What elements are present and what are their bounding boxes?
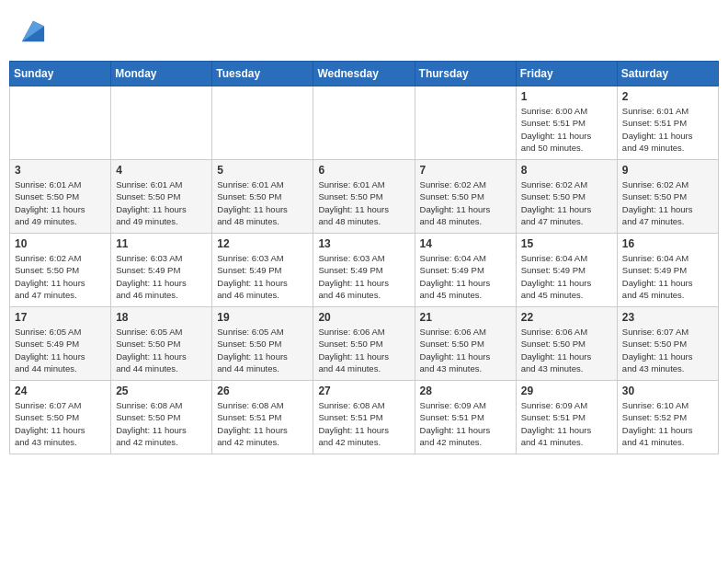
calendar-cell: 10Sunrise: 6:02 AM Sunset: 5:50 PM Dayli… [10, 234, 111, 307]
day-info: Sunrise: 6:10 AM Sunset: 5:52 PM Dayligh… [622, 399, 713, 448]
day-info: Sunrise: 6:03 AM Sunset: 5:49 PM Dayligh… [217, 252, 308, 301]
calendar-week-row: 1Sunrise: 6:00 AM Sunset: 5:51 PM Daylig… [10, 86, 719, 160]
calendar-cell [111, 86, 212, 160]
calendar-cell: 7Sunrise: 6:02 AM Sunset: 5:50 PM Daylig… [415, 160, 516, 234]
calendar-table: SundayMondayTuesdayWednesdayThursdayFrid… [9, 61, 719, 454]
calendar-cell: 14Sunrise: 6:04 AM Sunset: 5:49 PM Dayli… [415, 234, 516, 307]
calendar-cell: 20Sunrise: 6:06 AM Sunset: 5:50 PM Dayli… [313, 307, 415, 381]
weekday-header-friday: Friday [516, 62, 617, 86]
weekday-header-thursday: Thursday [415, 62, 516, 86]
day-info: Sunrise: 6:08 AM Sunset: 5:50 PM Dayligh… [116, 399, 207, 448]
day-number: 21 [420, 311, 511, 324]
calendar-cell: 19Sunrise: 6:05 AM Sunset: 5:50 PM Dayli… [212, 307, 313, 381]
day-number: 25 [116, 385, 207, 397]
day-info: Sunrise: 6:01 AM Sunset: 5:50 PM Dayligh… [318, 178, 409, 227]
day-info: Sunrise: 6:05 AM Sunset: 5:50 PM Dayligh… [116, 326, 207, 374]
day-info: Sunrise: 6:06 AM Sunset: 5:50 PM Dayligh… [420, 326, 511, 374]
day-info: Sunrise: 6:01 AM Sunset: 5:50 PM Dayligh… [15, 178, 106, 227]
calendar-cell [10, 86, 111, 160]
calendar-cell: 9Sunrise: 6:02 AM Sunset: 5:50 PM Daylig… [617, 160, 718, 234]
weekday-header-saturday: Saturday [617, 62, 718, 86]
calendar-cell: 16Sunrise: 6:04 AM Sunset: 5:49 PM Dayli… [617, 234, 718, 307]
day-number: 16 [622, 237, 713, 250]
calendar-cell: 21Sunrise: 6:06 AM Sunset: 5:50 PM Dayli… [415, 307, 516, 381]
day-info: Sunrise: 6:07 AM Sunset: 5:50 PM Dayligh… [15, 399, 106, 448]
day-number: 20 [318, 311, 409, 324]
day-info: Sunrise: 6:01 AM Sunset: 5:50 PM Dayligh… [116, 178, 207, 227]
day-number: 11 [116, 237, 207, 250]
calendar-cell: 12Sunrise: 6:03 AM Sunset: 5:49 PM Dayli… [212, 234, 313, 307]
calendar-cell: 11Sunrise: 6:03 AM Sunset: 5:49 PM Dayli… [111, 234, 212, 307]
weekday-header-wednesday: Wednesday [313, 62, 415, 86]
day-info: Sunrise: 6:03 AM Sunset: 5:49 PM Dayligh… [318, 252, 409, 301]
day-number: 9 [622, 164, 713, 177]
calendar-cell [313, 86, 415, 160]
day-number: 12 [217, 237, 308, 250]
day-number: 28 [420, 385, 511, 397]
calendar-week-row: 24Sunrise: 6:07 AM Sunset: 5:50 PM Dayli… [10, 381, 719, 454]
day-number: 10 [15, 237, 106, 250]
day-number: 15 [521, 237, 612, 250]
day-info: Sunrise: 6:02 AM Sunset: 5:50 PM Dayligh… [420, 178, 511, 227]
weekday-header-sunday: Sunday [10, 62, 111, 86]
day-info: Sunrise: 6:02 AM Sunset: 5:50 PM Dayligh… [622, 178, 713, 227]
page-header [9, 9, 719, 53]
weekday-header-monday: Monday [111, 62, 212, 86]
day-number: 5 [217, 164, 308, 177]
day-number: 7 [420, 164, 511, 177]
day-number: 24 [15, 385, 106, 397]
day-number: 29 [521, 385, 612, 397]
calendar-cell: 3Sunrise: 6:01 AM Sunset: 5:50 PM Daylig… [10, 160, 111, 234]
day-info: Sunrise: 6:07 AM Sunset: 5:50 PM Dayligh… [622, 326, 713, 374]
calendar-week-row: 17Sunrise: 6:05 AM Sunset: 5:49 PM Dayli… [10, 307, 719, 381]
day-info: Sunrise: 6:04 AM Sunset: 5:49 PM Dayligh… [420, 252, 511, 301]
day-info: Sunrise: 6:03 AM Sunset: 5:49 PM Dayligh… [116, 252, 207, 301]
day-number: 13 [318, 237, 409, 250]
day-number: 22 [521, 311, 612, 324]
calendar-cell: 1Sunrise: 6:00 AM Sunset: 5:51 PM Daylig… [516, 86, 617, 160]
calendar-cell: 27Sunrise: 6:08 AM Sunset: 5:51 PM Dayli… [313, 381, 415, 454]
calendar-cell: 13Sunrise: 6:03 AM Sunset: 5:49 PM Dayli… [313, 234, 415, 307]
calendar-cell [415, 86, 516, 160]
day-number: 19 [217, 311, 308, 324]
day-info: Sunrise: 6:06 AM Sunset: 5:50 PM Dayligh… [318, 326, 409, 374]
calendar-cell: 6Sunrise: 6:01 AM Sunset: 5:50 PM Daylig… [313, 160, 415, 234]
day-info: Sunrise: 6:04 AM Sunset: 5:49 PM Dayligh… [622, 252, 713, 301]
day-info: Sunrise: 6:02 AM Sunset: 5:50 PM Dayligh… [15, 252, 106, 301]
day-number: 1 [521, 90, 612, 103]
calendar-cell: 23Sunrise: 6:07 AM Sunset: 5:50 PM Dayli… [617, 307, 718, 381]
calendar-cell: 28Sunrise: 6:09 AM Sunset: 5:51 PM Dayli… [415, 381, 516, 454]
calendar-cell: 17Sunrise: 6:05 AM Sunset: 5:49 PM Dayli… [10, 307, 111, 381]
day-info: Sunrise: 6:05 AM Sunset: 5:50 PM Dayligh… [217, 326, 308, 374]
day-info: Sunrise: 6:06 AM Sunset: 5:50 PM Dayligh… [521, 326, 612, 374]
day-number: 8 [521, 164, 612, 177]
calendar-cell: 18Sunrise: 6:05 AM Sunset: 5:50 PM Dayli… [111, 307, 212, 381]
weekday-header-tuesday: Tuesday [212, 62, 313, 86]
day-info: Sunrise: 6:00 AM Sunset: 5:51 PM Dayligh… [521, 105, 612, 154]
day-number: 6 [318, 164, 409, 177]
calendar-cell: 24Sunrise: 6:07 AM Sunset: 5:50 PM Dayli… [10, 381, 111, 454]
calendar-cell: 2Sunrise: 6:01 AM Sunset: 5:51 PM Daylig… [617, 86, 718, 160]
calendar-cell: 4Sunrise: 6:01 AM Sunset: 5:50 PM Daylig… [111, 160, 212, 234]
day-info: Sunrise: 6:01 AM Sunset: 5:50 PM Dayligh… [217, 178, 308, 227]
day-number: 18 [116, 311, 207, 324]
calendar-header-row: SundayMondayTuesdayWednesdayThursdayFrid… [10, 62, 719, 86]
day-info: Sunrise: 6:01 AM Sunset: 5:51 PM Dayligh… [622, 105, 713, 154]
calendar-week-row: 10Sunrise: 6:02 AM Sunset: 5:50 PM Dayli… [10, 234, 719, 307]
calendar-cell: 30Sunrise: 6:10 AM Sunset: 5:52 PM Dayli… [617, 381, 718, 454]
day-info: Sunrise: 6:04 AM Sunset: 5:49 PM Dayligh… [521, 252, 612, 301]
day-number: 30 [622, 385, 713, 397]
calendar-cell [212, 86, 313, 160]
logo [18, 18, 46, 49]
calendar-cell: 15Sunrise: 6:04 AM Sunset: 5:49 PM Dayli… [516, 234, 617, 307]
calendar-cell: 22Sunrise: 6:06 AM Sunset: 5:50 PM Dayli… [516, 307, 617, 381]
day-number: 2 [622, 90, 713, 103]
day-number: 4 [116, 164, 207, 177]
day-info: Sunrise: 6:02 AM Sunset: 5:50 PM Dayligh… [521, 178, 612, 227]
day-number: 14 [420, 237, 511, 250]
day-number: 3 [15, 164, 106, 177]
day-number: 26 [217, 385, 308, 397]
day-info: Sunrise: 6:05 AM Sunset: 5:49 PM Dayligh… [15, 326, 106, 374]
day-info: Sunrise: 6:09 AM Sunset: 5:51 PM Dayligh… [420, 399, 511, 448]
calendar-cell: 5Sunrise: 6:01 AM Sunset: 5:50 PM Daylig… [212, 160, 313, 234]
